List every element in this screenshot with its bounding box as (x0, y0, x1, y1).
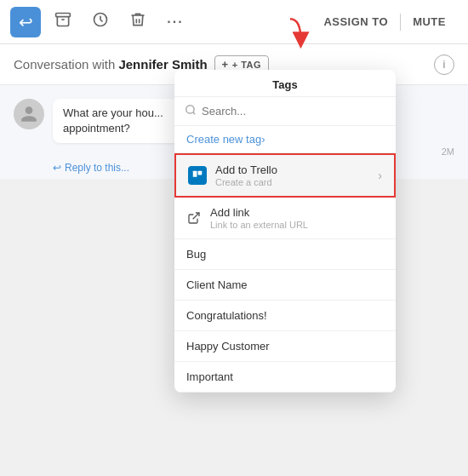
back-button[interactable]: ↩ (10, 7, 41, 37)
trello-sublabel: Create a card (215, 177, 369, 187)
congratulations-label: Congratulations! (186, 309, 384, 322)
reply-icon: ↩ (53, 162, 61, 174)
client-name-label: Client Name (186, 278, 384, 291)
happy-customer-tag-item[interactable]: Happy Customer (174, 331, 396, 362)
more-button[interactable]: ··· (160, 7, 191, 37)
congratulations-tag-item[interactable]: Congratulations! (174, 301, 396, 331)
search-input[interactable] (202, 105, 385, 118)
svg-rect-3 (193, 171, 197, 177)
trello-label: Add to Trello (215, 163, 369, 176)
tags-dropdown: Tags Create new tag› Add to Trello Creat… (174, 70, 396, 393)
important-tag-item[interactable]: Important (174, 362, 396, 393)
toolbar: ↩ ··· (0, 0, 468, 44)
trash-icon (129, 11, 146, 32)
add-link-label: Add link (210, 206, 384, 219)
svg-rect-0 (56, 14, 71, 17)
dropdown-title: Tags (174, 70, 396, 97)
add-link-item[interactable]: Add link Link to an external URL (174, 198, 396, 239)
bug-label: Bug (186, 248, 384, 261)
more-icon: ··· (167, 14, 183, 30)
client-name-tag-item[interactable]: Client Name (174, 270, 396, 301)
archive-icon (54, 11, 71, 32)
trello-icon (188, 166, 207, 185)
add-link-sublabel: Link to an external URL (210, 220, 384, 230)
happy-customer-label: Happy Customer (186, 340, 384, 353)
user-icon (20, 105, 38, 123)
svg-line-5 (193, 213, 199, 219)
trash-button[interactable] (123, 7, 153, 37)
mute-button[interactable]: MUTE (401, 10, 458, 33)
archive-button[interactable] (48, 7, 78, 37)
important-label: Important (186, 370, 384, 383)
clock-button[interactable] (85, 7, 116, 37)
link-icon (186, 210, 202, 226)
add-to-trello-item[interactable]: Add to Trello Create a card › (174, 153, 396, 198)
svg-rect-4 (198, 171, 203, 175)
info-icon: i (443, 58, 446, 71)
back-icon: ↩ (19, 12, 33, 32)
assign-to-button[interactable]: ASSIGN TO (311, 10, 400, 33)
create-new-tag-link[interactable]: Create new tag› (174, 126, 396, 153)
chevron-right-icon: › (378, 169, 382, 182)
plus-icon: + (222, 58, 229, 71)
bug-tag-item[interactable]: Bug (174, 239, 396, 270)
search-row (174, 97, 396, 126)
clock-icon (92, 11, 109, 32)
info-button[interactable]: i (434, 54, 454, 75)
search-icon (185, 104, 197, 118)
avatar (14, 99, 44, 129)
svg-point-2 (186, 106, 194, 113)
